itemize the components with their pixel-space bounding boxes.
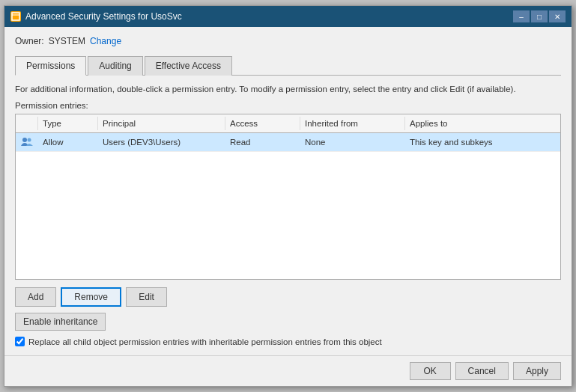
owner-row: Owner: SYSTEM Change [15,36,561,46]
svg-point-3 [28,138,31,142]
table-row[interactable]: Allow Users (DEV3\Users) Read None This … [16,133,560,152]
user-group-icon [21,136,33,148]
apply-button[interactable]: Apply [513,362,561,380]
close-button[interactable]: ✕ [549,10,566,22]
header-access: Access [225,117,300,130]
window-icon [10,11,21,22]
checkbox-row: Replace all child object permission entr… [15,337,561,346]
title-bar-left: Advanced Security Settings for UsoSvc [10,11,182,22]
main-window: Advanced Security Settings for UsoSvc – … [4,5,572,387]
owner-value: SYSTEM [49,36,85,46]
tab-auditing[interactable]: Auditing [88,56,142,76]
svg-rect-0 [12,13,19,20]
owner-label: Owner: [15,36,44,46]
enable-inheritance-button[interactable]: Enable inheritance [15,313,106,331]
ok-button[interactable]: OK [410,362,451,380]
checkbox-label[interactable]: Replace all child object permission entr… [28,337,382,346]
table-header: Type Principal Access Inherited from App… [16,114,560,133]
minimize-button[interactable]: – [513,10,530,22]
permissions-table: Type Principal Access Inherited from App… [15,114,561,280]
row-principal: Users (DEV3\Users) [98,135,225,150]
row-applies-to: This key and subkeys [405,135,540,150]
dialog-content: Owner: SYSTEM Change Permissions Auditin… [4,27,572,355]
info-text: For additional information, double-click… [15,83,561,95]
tab-effective-access[interactable]: Effective Access [145,56,232,76]
cancel-button[interactable]: Cancel [455,362,509,380]
dialog-buttons: OK Cancel Apply [4,355,572,386]
edit-button[interactable]: Edit [126,287,167,307]
header-icon-col [16,117,38,130]
row-type: Allow [38,135,98,150]
title-bar: Advanced Security Settings for UsoSvc – … [4,6,572,27]
header-applies-to: Applies to [405,117,540,130]
row-inherited-from: None [300,135,405,150]
tabs-container: Permissions Auditing Effective Access [15,55,561,76]
remove-button[interactable]: Remove [61,287,121,307]
maximize-button[interactable]: □ [531,10,548,22]
owner-change-link[interactable]: Change [90,36,121,46]
header-inherited-from: Inherited from [300,117,405,130]
replace-permissions-checkbox[interactable] [15,337,25,346]
row-access: Read [225,135,300,150]
add-button[interactable]: Add [15,287,56,307]
svg-point-2 [22,138,27,142]
row-icon [16,133,38,151]
header-principal: Principal [98,117,225,130]
section-label: Permission entries: [15,101,561,110]
header-type: Type [38,117,98,130]
action-buttons: Add Remove Edit [15,287,561,307]
window-title: Advanced Security Settings for UsoSvc [25,11,182,22]
tab-permissions[interactable]: Permissions [15,56,86,76]
window-controls: – □ ✕ [513,10,566,22]
